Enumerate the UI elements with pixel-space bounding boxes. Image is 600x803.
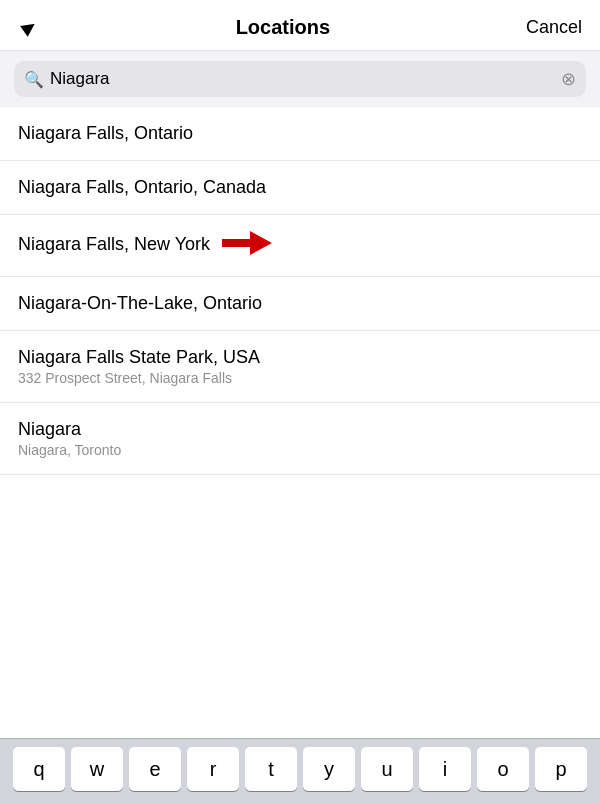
cancel-button[interactable]: Cancel [526, 17, 582, 38]
list-item[interactable]: Niagara Falls, Ontario, Canada [0, 161, 600, 215]
key-r[interactable]: r [187, 747, 239, 791]
key-u[interactable]: u [361, 747, 413, 791]
key-o[interactable]: o [477, 747, 529, 791]
result-sub-text: Niagara, Toronto [18, 442, 582, 458]
key-i[interactable]: i [419, 747, 471, 791]
result-sub-text: 332 Prospect Street, Niagara Falls [18, 370, 582, 386]
search-bar: 🔍 ⊗ [14, 61, 586, 97]
key-p[interactable]: p [535, 747, 587, 791]
screen: ► Locations Cancel 🔍 ⊗ Niagara Falls, On… [0, 0, 600, 803]
search-clear-button[interactable]: ⊗ [561, 70, 576, 88]
list-item[interactable]: Niagara Falls, Ontario [0, 107, 600, 161]
location-arrow-icon: ► [13, 10, 46, 44]
result-main-text: Niagara Falls, Ontario [18, 123, 582, 144]
key-q[interactable]: q [13, 747, 65, 791]
arrow-svg [222, 231, 272, 255]
result-main-text: Niagara Falls, New York [18, 231, 582, 260]
key-y[interactable]: y [303, 747, 355, 791]
svg-marker-0 [222, 231, 272, 255]
result-main-text: Niagara Falls State Park, USA [18, 347, 582, 368]
list-item[interactable]: Niagara Falls State Park, USA332 Prospec… [0, 331, 600, 403]
search-bar-container: 🔍 ⊗ [0, 51, 600, 107]
red-arrow-icon [222, 231, 272, 260]
keyboard-row-1: qwertyuiop [2, 747, 598, 791]
list-item[interactable]: NiagaraNiagara, Toronto [0, 403, 600, 475]
key-t[interactable]: t [245, 747, 297, 791]
result-main-text: Niagara Falls, Ontario, Canada [18, 177, 582, 198]
list-item[interactable]: Niagara-On-The-Lake, Ontario [0, 277, 600, 331]
keyboard: qwertyuiop [0, 738, 600, 803]
key-w[interactable]: w [71, 747, 123, 791]
search-input[interactable] [50, 69, 555, 89]
header: ► Locations Cancel [0, 0, 600, 51]
result-main-text: Niagara [18, 419, 582, 440]
list-item[interactable]: Niagara Falls, New York [0, 215, 600, 277]
header-title: Locations [236, 16, 330, 39]
search-icon: 🔍 [24, 70, 44, 89]
results-list: Niagara Falls, OntarioNiagara Falls, Ont… [0, 107, 600, 738]
result-main-text: Niagara-On-The-Lake, Ontario [18, 293, 582, 314]
key-e[interactable]: e [129, 747, 181, 791]
